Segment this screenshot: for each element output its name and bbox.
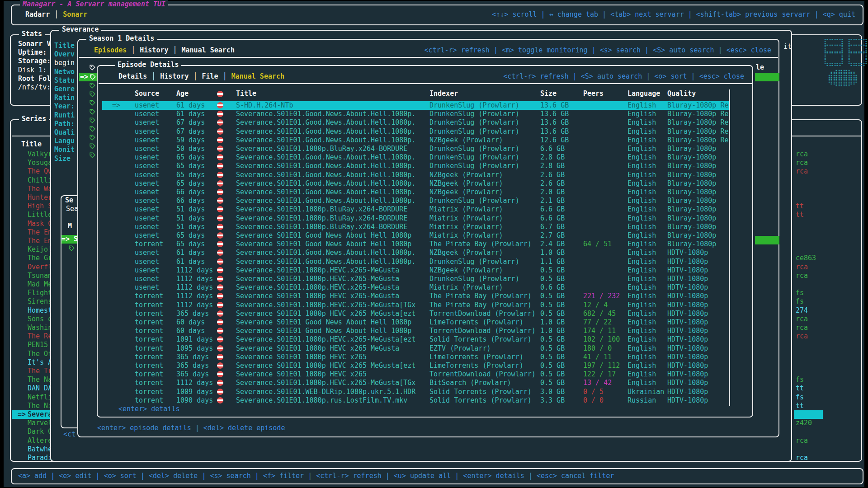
library-cell-fragment: z420	[796, 419, 812, 427]
bottom-keybindings: <a> add | <e> edit | <o> sort | <del> de…	[18, 472, 614, 480]
cell-size: 2.0 GB	[540, 188, 582, 197]
results-row[interactable]: torrent1009 daysSeverance.S01E01.WEB-DLR…	[102, 388, 729, 396]
results-column-header-title[interactable]: Title	[236, 89, 428, 98]
results-column-header-quality[interactable]: Quality	[667, 89, 729, 98]
stats-title: Stats	[19, 30, 45, 38]
results-scrollbar[interactable]	[729, 89, 730, 406]
episode-tab-file[interactable]: File	[202, 72, 218, 80]
monitored-tag-icon	[90, 152, 95, 158]
cell-age: 365 days	[176, 361, 216, 370]
results-row[interactable]: usenet65 daysSeverance.S01E01.Good.News.…	[102, 153, 729, 162]
results-row[interactable]: torrent60 daysSeverance S01E01 Good News…	[102, 318, 729, 327]
results-column-header-language[interactable]: Language	[627, 89, 667, 98]
selected-episode-row-fragment-left[interactable]: =>	[79, 73, 98, 81]
cell-language: English	[627, 188, 667, 197]
results-row[interactable]: usenet51 daysSeverance.S01E01.1080p.BluR…	[102, 214, 729, 223]
results-row[interactable]: torrent365 daysSeverance S01E01 1080p HE…	[102, 361, 729, 370]
tab-separator: │	[50, 10, 63, 19]
cell-indexer: NZBgeek (Prowlarr)	[429, 171, 538, 179]
cell-quality: Bluray-1080p Re	[667, 110, 729, 118]
results-row[interactable]: usenet65 daysSeverance S01E01 Good News …	[102, 231, 729, 240]
tab-radarr[interactable]: Radarr	[25, 10, 50, 19]
results-row[interactable]: usenet1112 daysSeverance.S01E01.1080p.HE…	[102, 266, 729, 275]
results-column-header-peers[interactable]: Peers	[583, 89, 628, 98]
results-row[interactable]: usenet51 daysSeverance.S01E01.1080p.BluR…	[102, 205, 729, 214]
results-row[interactable]: usenet66 daysSeverance.S01E01.Good.News.…	[102, 197, 729, 205]
results-row[interactable]: usenet61 daysSeverance.S01E01.Good.News.…	[102, 249, 729, 257]
cell-source: usenet	[135, 179, 175, 188]
results-row[interactable]: torrent1112 daysSeverance.S01E01.1080p.H…	[102, 301, 729, 310]
cell-quality: HDTV-1080p	[667, 301, 729, 310]
results-row[interactable]: torrent1090 daysSeverance.S01E01.1080p.r…	[102, 396, 729, 405]
cell-title: S-HD.H.264-NTb	[236, 101, 428, 110]
monitored-tag-icon	[90, 109, 95, 115]
season-tab-episodes[interactable]: Episodes	[94, 46, 127, 54]
severance-field-label: Langu	[54, 137, 75, 145]
results-row[interactable]: torrent1091 daysSeverance.S01E01.1080p.H…	[102, 335, 729, 344]
results-column-header-indexer[interactable]: Indexer	[429, 89, 538, 98]
results-column-header-age[interactable]: Age	[176, 89, 216, 98]
results-row[interactable]: usenet1112 daysSeverance.S01E01.1080p.HE…	[102, 275, 729, 283]
results-column-header-size[interactable]: Size	[540, 89, 582, 98]
season-tab-manual-search[interactable]: Manual Search	[182, 46, 235, 54]
results-row[interactable]: torrent1095 daysSeverance S01E01 1080p H…	[102, 344, 729, 353]
results-row[interactable]: torrent1112 daysSeverance.S01E01.1080p.H…	[102, 379, 729, 387]
monitored-tag-icon	[90, 126, 95, 132]
results-row[interactable]: torrent65 daysSeverance S01E01 Good News…	[102, 240, 729, 249]
cell-age: 65 days	[176, 171, 216, 179]
results-row[interactable]: usenet65 daysSeverance.S01E01.Good.News.…	[102, 171, 729, 179]
results-row[interactable]: usenet51 daysSeverance.S01E01.1080p.BluR…	[102, 223, 729, 231]
cell-age: 1112 days	[176, 283, 216, 292]
cell-age: 59 days	[176, 136, 216, 145]
cell-quality: Bluray-1080p	[667, 162, 729, 170]
results-row[interactable]: usenet65 daysSeverance.S01E01.Good.News.…	[102, 162, 729, 170]
results-row[interactable]: usenet61 daysSeverance.S01E01.Good.News.…	[102, 258, 729, 266]
results-row[interactable]: usenet1112 daysSeverance.S01E01.1080p.HE…	[102, 283, 729, 292]
results-row[interactable]: usenet61 daysSeverance.S01E01.Good.News.…	[102, 110, 729, 118]
season-tab-history[interactable]: History	[140, 46, 168, 54]
results-row[interactable]: =>usenet61 daysS-HD.H.264-NTbDrunkenSlug…	[102, 101, 729, 110]
results-row[interactable]: usenet50 daysSeverance.S01E01.1080p.BluR…	[102, 145, 729, 153]
results-row[interactable]: torrent365 daysSeverance S01E01 1080p HE…	[102, 353, 729, 361]
results-row[interactable]: usenet65 daysSeverance.S01E01.Good.News.…	[102, 179, 729, 188]
episode-tab-history[interactable]: History	[160, 72, 189, 80]
monitored-tag-icon	[90, 100, 95, 106]
cell-age: 51 days	[176, 223, 216, 231]
results-row[interactable]: usenet66 daysSeverance.S01E01.Good.News.…	[102, 188, 729, 197]
cell-title: Severance S01E01 1080p HEVC x265 MeGusta…	[236, 310, 428, 318]
cell-source: usenet	[135, 223, 175, 231]
seasons-box-text-fragment: Se	[65, 196, 73, 205]
results-row[interactable]: usenet67 daysSeverance.S01E01.Good.News.…	[102, 118, 729, 127]
selected-season-row-fragment[interactable]: => S	[61, 235, 78, 244]
cell-quality: HDTV-1080p	[667, 361, 729, 370]
results-row[interactable]: usenet67 daysSeverance.S01E01.Good.News.…	[102, 127, 729, 136]
cell-indexer: LimeTorrents (Prowlarr)	[429, 353, 538, 361]
episode-details-popup: Episode Details Details│History│File│Man…	[97, 65, 753, 418]
library-cell-fragment: 274	[796, 306, 808, 315]
cell-peers: 12 / 4	[583, 301, 628, 310]
cell-age: 51 days	[176, 205, 216, 214]
cell-source: torrent	[135, 240, 175, 249]
results-row[interactable]: torrent365 daysSeverance S01E01 1080p HE…	[102, 370, 729, 379]
episode-tab-manual-search[interactable]: Manual Search	[231, 72, 284, 80]
cell-source: torrent	[135, 327, 175, 335]
cell-age: 66 days	[176, 188, 216, 197]
monitored-tag-icon	[90, 91, 95, 97]
cell-size: 0.5 GB	[540, 353, 582, 361]
cell-size: 0.5 GB	[540, 266, 582, 275]
library-column-header: Title	[21, 140, 42, 149]
cell-age: 61 days	[176, 249, 216, 257]
cell-source: usenet	[135, 231, 175, 240]
cell-title: Severance.S01E01.Good.News.About.Hell.10…	[236, 258, 428, 266]
tab-sonarr[interactable]: Sonarr	[63, 10, 87, 19]
cell-peers: 682 / 45	[583, 310, 628, 318]
results-row[interactable]: torrent365 daysSeverance S01E01 1080p HE…	[102, 310, 729, 318]
results-row[interactable]: torrent60 daysSeverance S01E01 Good News…	[102, 327, 729, 335]
severance-field-label: Runti	[54, 111, 75, 120]
library-cell-fragment: rca	[796, 454, 808, 462]
results-row[interactable]: torrent1112 daysSeverance S01E01 1080p H…	[102, 292, 729, 300]
results-column-header-source[interactable]: Source	[135, 89, 175, 98]
episode-tab-details[interactable]: Details	[118, 72, 147, 80]
results-row[interactable]: usenet59 daysSeverance.S01E01.Good.News.…	[102, 136, 729, 145]
cell-peers: 0 / 0	[583, 396, 628, 405]
